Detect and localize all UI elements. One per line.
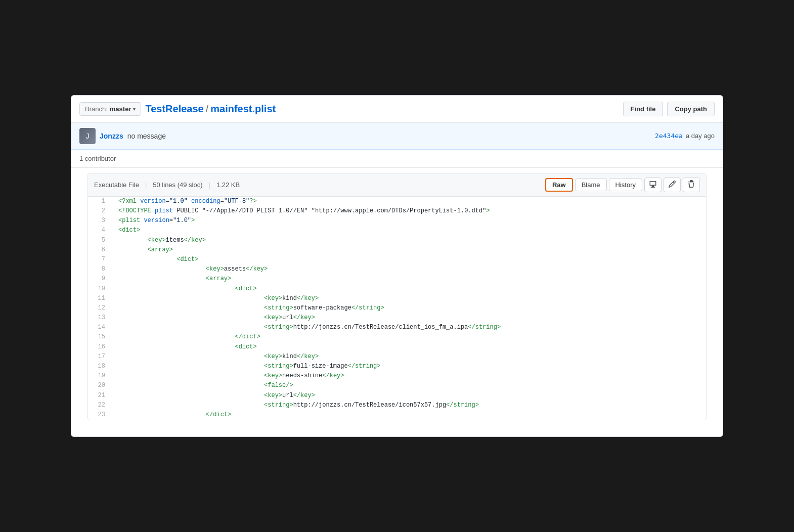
raw-button[interactable]: Raw (545, 178, 573, 192)
line-number: 19 (88, 371, 113, 381)
commit-left: J Jonzzs no message (79, 128, 166, 144)
line-code: <key>assets</key> (113, 264, 706, 274)
header-right: Find file Copy path (623, 102, 715, 116)
table-row: 8 <key>assets</key> (88, 264, 706, 274)
line-code: <key>url</key> (113, 391, 706, 401)
blame-button[interactable]: Blame (575, 179, 607, 191)
line-code: <!DOCTYPE plist PUBLIC "-//Apple//DTD PL… (113, 206, 706, 216)
line-number: 6 (88, 245, 113, 255)
breadcrumb-file: mainfest.plist (210, 103, 276, 115)
line-code: <false/> (113, 381, 706, 390)
commit-time: a day ago (686, 132, 715, 140)
history-button[interactable]: History (609, 179, 642, 191)
line-code: <?xml version="1.0" encoding="UTF-8"?> (113, 197, 706, 206)
table-row: 15 </dict> (88, 332, 706, 342)
line-code: <dict> (113, 342, 706, 352)
avatar-image: J (79, 128, 96, 144)
edit-icon[interactable] (664, 178, 681, 192)
desktop-icon[interactable] (644, 178, 661, 192)
line-code: <string>full-size-image</string> (113, 362, 706, 371)
commit-right: 2e434ea a day ago (655, 132, 715, 140)
file-lines: 50 lines (49 sloc) (153, 181, 202, 189)
header-left: Branch: master ▾ TestRelease / mainfest.… (79, 102, 276, 116)
table-row: 10 <dict> (88, 284, 706, 294)
avatar: J (79, 128, 96, 144)
table-row: 14 <string>http://jonzzs.cn/TestRelease/… (88, 323, 706, 332)
branch-selector[interactable]: Branch: master ▾ (79, 102, 141, 116)
branch-name: master (110, 105, 131, 113)
table-row: 17 <key>kind</key> (88, 352, 706, 362)
line-number: 18 (88, 362, 113, 371)
table-row: 13 <key>url</key> (88, 313, 706, 323)
delete-icon[interactable] (683, 178, 700, 192)
line-number: 5 (88, 236, 113, 245)
line-code: <key>needs-shine</key> (113, 371, 706, 381)
line-code: <dict> (113, 226, 706, 235)
table-row: 11 <key>kind</key> (88, 294, 706, 303)
line-number: 11 (88, 294, 113, 303)
line-number: 13 (88, 313, 113, 323)
table-row: 5 <key>items</key> (88, 236, 706, 245)
line-code: <string>software-package</string> (113, 303, 706, 313)
file-view-wrapper: Executable File | 50 lines (49 sloc) | 1… (71, 173, 723, 436)
line-code: <string>http://jonzzs.cn/TestRelease/cli… (113, 323, 706, 332)
line-code: </dict> (113, 332, 706, 342)
line-code: <array> (113, 245, 706, 255)
github-file-viewer: Branch: master ▾ TestRelease / mainfest.… (71, 95, 723, 437)
line-code: <dict> (113, 255, 706, 264)
breadcrumb-repo[interactable]: TestRelease (145, 103, 203, 115)
line-number: 14 (88, 323, 113, 332)
commit-bar: J Jonzzs no message 2e434ea a day ago (71, 123, 723, 150)
table-row: 4 <dict> (88, 226, 706, 235)
code-table: 1 <?xml version="1.0" encoding="UTF-8"?>… (88, 197, 706, 420)
table-row: 6 <array> (88, 245, 706, 255)
table-row: 18 <string>full-size-image</string> (88, 362, 706, 371)
line-number: 8 (88, 264, 113, 274)
file-header: Executable File | 50 lines (49 sloc) | 1… (88, 173, 706, 197)
line-number: 4 (88, 226, 113, 235)
line-code: </dict> (113, 410, 706, 420)
file-view: Executable File | 50 lines (49 sloc) | 1… (87, 173, 707, 420)
table-row: 12 <string>software-package</string> (88, 303, 706, 313)
line-code: <array> (113, 274, 706, 284)
line-code: <key>kind</key> (113, 294, 706, 303)
line-code: <dict> (113, 284, 706, 294)
table-row: 23 </dict> (88, 410, 706, 420)
table-row: 16 <dict> (88, 342, 706, 352)
code-content: 1 <?xml version="1.0" encoding="UTF-8"?>… (88, 197, 706, 420)
commit-sha[interactable]: 2e434ea (655, 132, 683, 140)
line-number: 16 (88, 342, 113, 352)
line-number: 10 (88, 284, 113, 294)
commit-author[interactable]: Jonzzs (100, 132, 123, 140)
line-number: 7 (88, 255, 113, 264)
line-code: <plist version="1.0"> (113, 216, 706, 226)
table-row: 9 <array> (88, 274, 706, 284)
table-row: 2 <!DOCTYPE plist PUBLIC "-//Apple//DTD … (88, 206, 706, 216)
chevron-down-icon: ▾ (133, 106, 136, 112)
breadcrumb-sep: / (206, 103, 209, 115)
line-code: <key>kind</key> (113, 352, 706, 362)
find-file-button[interactable]: Find file (623, 102, 664, 116)
line-number: 17 (88, 352, 113, 362)
line-number: 20 (88, 381, 113, 390)
table-row: 7 <dict> (88, 255, 706, 264)
file-actions: Raw Blame History (545, 178, 700, 192)
branch-label: Branch: (85, 105, 108, 113)
table-row: 19 <key>needs-shine</key> (88, 371, 706, 381)
breadcrumb: TestRelease / mainfest.plist (145, 103, 276, 115)
line-code: <key>items</key> (113, 236, 706, 245)
contributor-bar: 1 contributor (71, 150, 723, 168)
copy-path-button[interactable]: Copy path (667, 102, 715, 116)
table-row: 21 <key>url</key> (88, 391, 706, 401)
commit-message: no message (127, 132, 166, 140)
line-number: 15 (88, 332, 113, 342)
line-number: 12 (88, 303, 113, 313)
file-meta: Executable File | 50 lines (49 sloc) | 1… (94, 181, 240, 189)
table-row: 1 <?xml version="1.0" encoding="UTF-8"?> (88, 197, 706, 206)
table-row: 22 <string>http://jonzzs.cn/TestRelease/… (88, 401, 706, 410)
line-number: 22 (88, 401, 113, 410)
line-number: 9 (88, 274, 113, 284)
contributor-count: 1 contributor (79, 155, 116, 162)
line-number: 1 (88, 197, 113, 206)
line-number: 3 (88, 216, 113, 226)
